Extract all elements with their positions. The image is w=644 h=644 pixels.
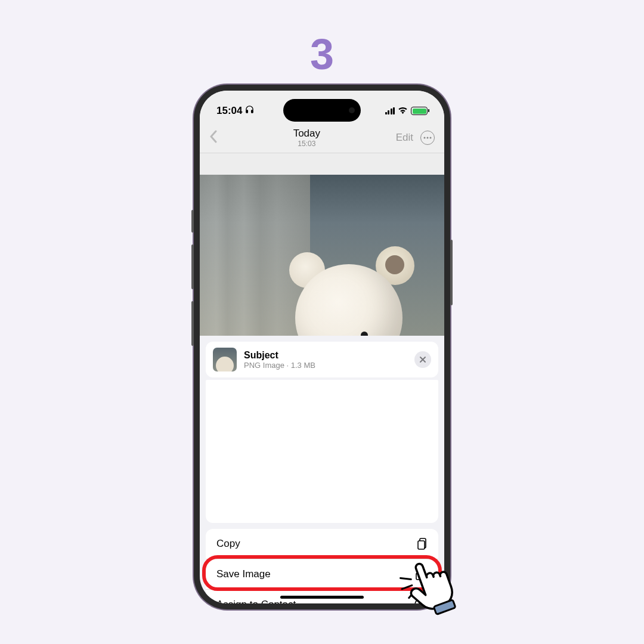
svg-rect-5 — [418, 541, 425, 549]
svg-point-2 — [424, 137, 426, 139]
assign-to-contact-label: Assign to Contact — [216, 599, 296, 603]
phone-screen: 15:04 — [200, 91, 444, 603]
subject-card: Subject PNG Image · 1.3 MB — [206, 342, 438, 377]
cellular-signal-icon — [385, 107, 395, 114]
status-time: 15:04 — [216, 105, 242, 117]
subject-thumbnail — [213, 348, 237, 371]
subject-title: Subject — [244, 350, 407, 361]
share-sheet-body — [206, 380, 438, 523]
svg-line-10 — [402, 586, 412, 589]
nav-subtitle: 15:03 — [218, 140, 396, 148]
nav-title: Today — [218, 128, 396, 140]
svg-point-4 — [430, 137, 432, 139]
phone-frame: 15:04 — [194, 85, 450, 609]
more-button[interactable] — [420, 131, 435, 145]
svg-rect-1 — [252, 110, 253, 113]
dynamic-island — [283, 99, 361, 122]
toolbar-spacer — [200, 153, 444, 175]
subject-meta: PNG Image · 1.3 MB — [244, 361, 407, 370]
nav-bar: Today 15:03 Edit — [200, 123, 444, 153]
copy-icon — [414, 537, 428, 550]
svg-rect-0 — [246, 110, 248, 113]
svg-point-3 — [427, 137, 429, 139]
battery-icon — [411, 107, 428, 115]
close-button[interactable] — [414, 351, 431, 368]
copy-label: Copy — [216, 538, 240, 550]
svg-line-9 — [401, 575, 411, 583]
pointer-hand-icon — [397, 550, 468, 624]
photo-preview[interactable] — [200, 175, 444, 336]
wifi-icon — [398, 106, 408, 116]
back-button[interactable] — [209, 128, 218, 147]
headphones-icon — [245, 105, 254, 117]
save-image-label: Save Image — [216, 568, 271, 580]
edit-button[interactable]: Edit — [396, 132, 413, 144]
step-number: 3 — [310, 30, 334, 79]
home-indicator[interactable] — [280, 596, 364, 599]
